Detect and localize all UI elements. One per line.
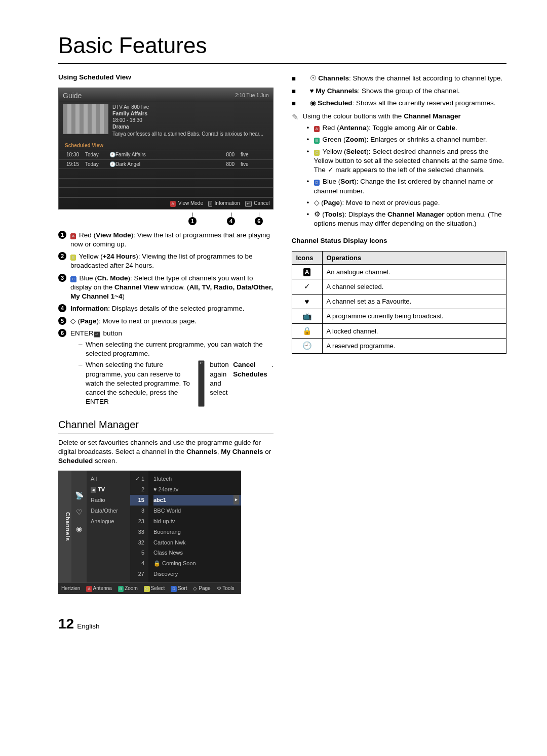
list-item: A Red (View Mode): View the list of prog… bbox=[70, 231, 274, 249]
cm-cat[interactable]: Data/Other bbox=[91, 506, 130, 516]
guide-foot-info[interactable]: i Information bbox=[208, 200, 240, 207]
list-item: ◉ Scheduled: Shows all the currently res… bbox=[292, 99, 507, 108]
list-marker: 3 bbox=[58, 274, 66, 282]
enter-icon: ↵ bbox=[198, 360, 205, 406]
cm-foot-page[interactable]: ◇ Page bbox=[193, 585, 210, 592]
channel-manager-heading: Channel Manager bbox=[58, 418, 274, 432]
cm-row[interactable]: abc1 ▸ bbox=[153, 495, 241, 506]
note-colour-buttons: Using the colour buttons with the Channe… bbox=[292, 112, 507, 121]
list-item: C Blue (Ch. Mode): Select the type of ch… bbox=[70, 274, 274, 302]
table-row: ✓A channel selected. bbox=[292, 279, 506, 294]
guide-synopsis: Tanya confesses all to a stunned Babs. C… bbox=[112, 131, 263, 137]
marker-6: 6 bbox=[255, 217, 263, 225]
table-row: 🔒A locked channel. bbox=[292, 324, 506, 339]
heart-icon: ♡ bbox=[76, 508, 83, 517]
cm-row[interactable]: ♥ 24ore.tv bbox=[153, 484, 241, 495]
marker-4: 4 bbox=[227, 217, 235, 225]
cm-cat[interactable]: Analogue bbox=[91, 516, 130, 527]
cm-foot-antenna[interactable]: AAntenna bbox=[86, 585, 112, 592]
list-item: D Blue (Sort): Change the list ordered b… bbox=[307, 177, 507, 195]
list-item: ◇ (Page): Move to next or previous page. bbox=[70, 317, 274, 326]
channel-manager-preview: Channels 📡 ♡ ◉ All ◂ TV Radio Data/Other… bbox=[58, 471, 241, 594]
sublist-item: When selecting the future programme, you… bbox=[86, 360, 274, 406]
scheduled-view-table: 18:30 Today 🕘Family Affairs 800 five 19:… bbox=[59, 150, 273, 197]
list-item: ⚙ (Tools): Displays the Channel Manager … bbox=[307, 210, 507, 228]
guide-preview: Guide 2:10 Tue 1 Jun DTV Air 800 five Fa… bbox=[58, 88, 274, 209]
list-marker: 5 bbox=[58, 317, 66, 325]
list-item: C Yellow (Select): Select desired channe… bbox=[307, 147, 507, 175]
channel-status-heading: Channel Status Display Icons bbox=[292, 236, 507, 245]
title-rule bbox=[58, 63, 506, 64]
list-item: A Red (Antenna): Toggle among Air or Cab… bbox=[307, 123, 507, 133]
list-marker: 2 bbox=[58, 252, 66, 260]
table-row: 19:15 Today 🕘Dark Angel 800 five bbox=[59, 159, 273, 169]
table-row: 🕘A reserved programme. bbox=[292, 339, 506, 353]
table-row: 📺A programme currently being broadcast. bbox=[292, 309, 506, 323]
cm-row[interactable]: Boonerang bbox=[153, 527, 241, 537]
cm-foot-select[interactable]: CSelect bbox=[144, 585, 165, 592]
cm-row[interactable]: bid-up.tv bbox=[153, 516, 241, 527]
list-item: B Green (Zoom): Enlarges or shrinks a ch… bbox=[307, 135, 507, 144]
clock-icon: ◉ bbox=[76, 524, 82, 534]
list-marker: 1 bbox=[58, 231, 66, 239]
cm-foot-sort[interactable]: DSort bbox=[171, 585, 187, 592]
channel-manager-intro: Delete or set favourites channels and us… bbox=[58, 438, 274, 466]
list-marker: 4 bbox=[58, 304, 66, 312]
guide-programme-name: Family Affairs bbox=[112, 110, 263, 117]
list-item: Information: Displays details of the sel… bbox=[70, 304, 274, 313]
guide-thumbnail bbox=[63, 104, 108, 134]
guide-channel: DTV Air 800 five bbox=[112, 104, 263, 110]
table-row: 18:30 Today 🕘Family Affairs 800 five bbox=[59, 150, 273, 160]
heart-icon: ♥ bbox=[310, 87, 314, 95]
scheduled-view-label: Scheduled View bbox=[59, 141, 273, 150]
list-item: ◇ (Page): Move to next or previous page. bbox=[307, 198, 507, 207]
page-number: 12 bbox=[58, 614, 74, 634]
sublist-item: When selecting the current programme, yo… bbox=[86, 340, 274, 358]
cm-row[interactable]: Cartoon Nwk bbox=[153, 537, 241, 548]
cm-row[interactable]: 1futech bbox=[153, 474, 241, 484]
colour-button-list: A Red (Antenna): Toggle among Air or Cab… bbox=[292, 123, 507, 228]
guide-foot-view[interactable]: A View Mode bbox=[170, 200, 203, 207]
cm-cat[interactable]: ◂ TV bbox=[91, 484, 130, 495]
guide-clock: 2:10 Tue 1 Jun bbox=[235, 92, 268, 99]
guide-genre: Drama bbox=[112, 123, 263, 131]
cm-cat[interactable]: Radio bbox=[91, 495, 130, 506]
guide-title: Guide bbox=[63, 91, 82, 101]
channel-manager-bullets: ☉ Channels: Shows the channel list accor… bbox=[292, 74, 507, 108]
cm-foot-source: Hertzien bbox=[61, 585, 80, 592]
cm-cat[interactable]: All bbox=[91, 474, 130, 484]
cm-foot-tools[interactable]: ⚙ Tools bbox=[217, 585, 235, 592]
marker-1: 1 bbox=[188, 217, 197, 225]
scheduled-view-heading: Using Scheduled View bbox=[58, 73, 274, 82]
guide-time-range: 18:00 - 18:30 bbox=[112, 117, 263, 123]
page-title: Basic Features bbox=[58, 30, 506, 60]
channels-icon: ☉ bbox=[310, 74, 317, 82]
cm-row[interactable]: Class News bbox=[153, 548, 241, 558]
list-item: B Yellow (+24 Hours): Viewing the list o… bbox=[70, 252, 274, 270]
enter-icon: ↵ bbox=[94, 331, 100, 338]
list-item: ♥ My Channels: Shows the group of the ch… bbox=[292, 87, 507, 96]
cm-row[interactable]: 🔒 Coming Soon bbox=[153, 558, 241, 569]
table-row: AAn analogue channel. bbox=[292, 265, 506, 279]
cm-row[interactable]: BBC World bbox=[153, 506, 241, 516]
numbered-feature-list: 1 A Red (View Mode): View the list of pr… bbox=[58, 231, 274, 409]
list-item: ☉ Channels: Shows the channel list accor… bbox=[292, 74, 507, 83]
guide-foot-cancel[interactable]: ↵ Cancel bbox=[245, 200, 270, 207]
cm-side-label: Channels bbox=[58, 471, 71, 582]
cm-foot-zoom[interactable]: BZoom bbox=[118, 585, 138, 592]
scheduled-icon: ◉ bbox=[310, 99, 316, 107]
list-marker: 6 bbox=[58, 329, 66, 337]
cm-row[interactable]: Discovery bbox=[153, 569, 241, 579]
antenna-icon: 📡 bbox=[75, 491, 84, 500]
subtitle-rule bbox=[58, 434, 274, 434]
page-language: English bbox=[77, 622, 99, 631]
table-row: ♥A channel set as a Favourite. bbox=[292, 294, 506, 309]
channel-status-table: IconsOperations AAn analogue channel. ✓A… bbox=[292, 251, 507, 354]
list-item: ENTER↵ button When selecting the current… bbox=[70, 329, 274, 409]
